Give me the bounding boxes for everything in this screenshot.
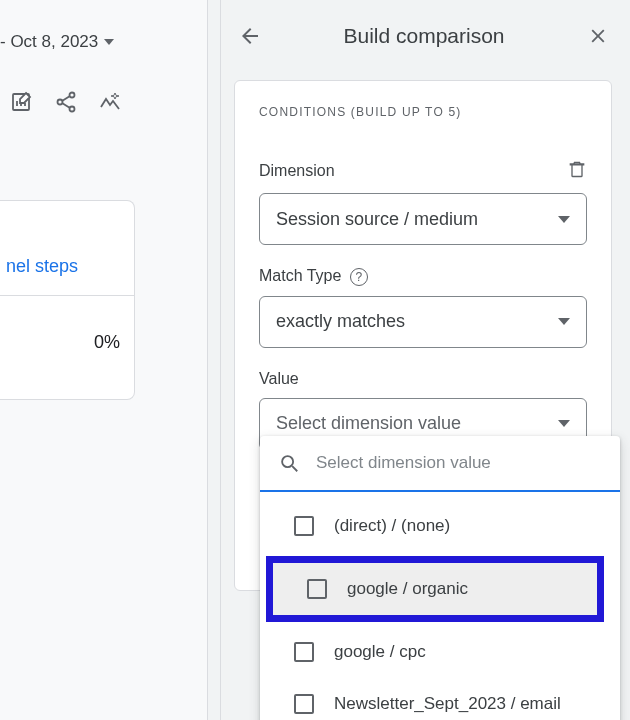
- match-type-select-value: exactly matches: [276, 311, 405, 332]
- match-type-label: Match Type ?: [259, 267, 368, 286]
- dropdown-option-label: google / cpc: [334, 642, 426, 662]
- checkbox-icon: [294, 642, 314, 662]
- value-label: Value: [259, 370, 299, 388]
- date-range-picker[interactable]: - Oct 8, 2023: [0, 32, 114, 52]
- dropdown-option[interactable]: Newsletter_Sept_2023 / email: [260, 678, 620, 720]
- value-dropdown: (direct) / (none) google / organic googl…: [260, 436, 620, 720]
- checkbox-icon: [307, 579, 327, 599]
- help-icon[interactable]: ?: [350, 268, 368, 286]
- funnel-value: 0%: [0, 296, 134, 353]
- chevron-down-icon: [558, 216, 570, 223]
- dropdown-option[interactable]: google / cpc: [260, 626, 620, 678]
- match-type-select[interactable]: exactly matches: [259, 296, 587, 348]
- match-type-label-text: Match Type: [259, 267, 341, 284]
- dropdown-option[interactable]: google / organic: [273, 563, 597, 615]
- share-icon[interactable]: [54, 90, 78, 118]
- dropdown-option-label: (direct) / (none): [334, 516, 450, 536]
- delete-condition-button[interactable]: [567, 159, 587, 183]
- annotation-highlight: google / organic: [266, 556, 604, 622]
- panel-divider: [220, 0, 221, 720]
- dropdown-options: (direct) / (none) google / organic googl…: [260, 492, 620, 720]
- dimension-row-header: Dimension: [259, 159, 587, 183]
- trash-icon: [567, 159, 587, 179]
- conditions-heading: CONDITIONS (BUILD UP TO 5): [259, 105, 587, 119]
- chevron-down-icon: [558, 420, 570, 427]
- dimension-select[interactable]: Session source / medium: [259, 193, 587, 245]
- panel-header: Build comparison: [230, 10, 618, 62]
- dropdown-option-label: Newsletter_Sept_2023 / email: [334, 694, 561, 714]
- checkbox-icon: [294, 516, 314, 536]
- dropdown-option-label: google / organic: [347, 579, 468, 599]
- panel-title: Build comparison: [286, 24, 562, 48]
- svg-point-4: [282, 456, 293, 467]
- report-card-fragment: nel steps 0%: [0, 200, 135, 400]
- search-icon: [278, 452, 300, 474]
- dropdown-search-input[interactable]: [316, 453, 602, 473]
- dropdown-search-row: [260, 436, 620, 492]
- value-row-header: Value: [259, 370, 587, 388]
- close-button[interactable]: [578, 16, 618, 56]
- dropdown-option[interactable]: (direct) / (none): [260, 500, 620, 552]
- value-select-placeholder: Select dimension value: [276, 413, 461, 434]
- checkbox-icon: [294, 694, 314, 714]
- date-range-text: - Oct 8, 2023: [0, 32, 98, 52]
- chevron-down-icon: [104, 39, 114, 45]
- match-type-row-header: Match Type ?: [259, 267, 587, 286]
- insights-icon[interactable]: [98, 90, 122, 118]
- back-icon: [238, 24, 262, 48]
- dimension-select-value: Session source / medium: [276, 209, 478, 230]
- left-column: - Oct 8, 2023 nel steps: [0, 0, 207, 720]
- back-button[interactable]: [230, 16, 270, 56]
- report-action-row: [10, 90, 122, 118]
- close-icon: [587, 25, 609, 47]
- customize-report-icon[interactable]: [10, 90, 34, 118]
- dimension-label: Dimension: [259, 162, 335, 180]
- chevron-down-icon: [558, 318, 570, 325]
- funnel-steps-link[interactable]: nel steps: [0, 256, 134, 277]
